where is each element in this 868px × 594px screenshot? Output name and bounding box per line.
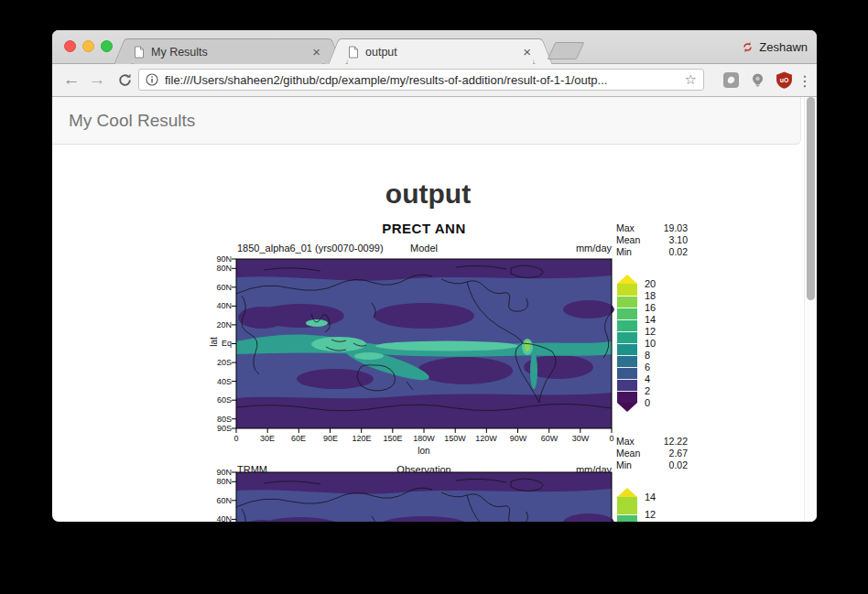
forward-icon[interactable]: → <box>85 68 109 92</box>
tab-title: My Results <box>151 46 304 59</box>
new-tab-button[interactable] <box>548 42 585 59</box>
browser-window: My Results × output × Zeshawn <box>52 30 817 522</box>
zoom-window-button[interactable] <box>101 40 113 52</box>
page-header: My Cool Results <box>52 97 801 145</box>
y-axis-label: lat <box>209 337 219 347</box>
document-title: output <box>52 178 804 210</box>
page-favicon-icon <box>348 46 359 59</box>
colorbar-segment <box>617 331 637 343</box>
stat-label: Min <box>616 246 632 258</box>
colorbar-tick-label: 16 <box>645 302 656 313</box>
page-info-icon[interactable] <box>146 73 158 86</box>
scrollbar-thumb[interactable] <box>807 97 815 300</box>
units-label: mm/day <box>236 243 612 254</box>
lat-tick-label: 40N <box>208 514 232 522</box>
stat-label: Max <box>616 222 635 234</box>
colorbar-segment <box>617 308 637 319</box>
back-icon[interactable]: ← <box>60 68 83 92</box>
extension-icon-1[interactable] <box>722 71 740 89</box>
colorbar-tick-label: 12 <box>645 509 656 520</box>
lat-tick-label: 80N <box>208 264 232 273</box>
stats-block: Max12.22 Mean2.67 Min0.02 <box>616 436 688 471</box>
lat-tick-label: 80S <box>208 415 232 424</box>
colorbar-segment <box>617 497 637 514</box>
ublock-shield-icon[interactable]: uO <box>776 71 793 89</box>
tab-close-icon[interactable]: × <box>521 45 533 59</box>
lat-tick-label: 60N <box>208 283 232 292</box>
page-header-title: My Cool Results <box>69 111 195 131</box>
extension-icon-2[interactable] <box>749 71 766 89</box>
browser-toolbar: ← → file:///Users/shaheen2/github/cdp/ex… <box>52 64 817 97</box>
colorbar-cap <box>617 275 637 284</box>
tab-my-results[interactable]: My Results × <box>125 38 331 64</box>
colorbar-segment <box>617 514 637 522</box>
stat-value: 19.03 <box>664 222 688 234</box>
colorbar-tick-label: 14 <box>645 314 656 325</box>
stat-value: 3.10 <box>669 234 688 246</box>
lat-tick-label: 20N <box>208 320 232 329</box>
reload-icon[interactable] <box>113 68 136 92</box>
stat-value: 0.02 <box>669 246 688 258</box>
lat-tick-label: 90N <box>208 468 232 477</box>
colorbar-cap <box>617 488 637 497</box>
colorbar-tick-label: 8 <box>645 350 650 361</box>
stat-value: 12.22 <box>664 436 688 448</box>
tab-output[interactable]: output × <box>339 38 542 64</box>
colorbar-segment <box>617 296 637 308</box>
colorbar-segment <box>617 355 637 367</box>
colorbar-segment <box>617 319 637 331</box>
svg-text:uO: uO <box>780 77 789 83</box>
colorbar-tick-label: 6 <box>645 362 650 373</box>
stats-block: Max19.03 Mean3.10 Min0.02 <box>616 222 688 258</box>
stat-label: Min <box>616 459 632 471</box>
figure-observation: TRMM Observation mm/day Max12.22 Mean2.6… <box>208 431 757 522</box>
colorbar-tick-label: 10 <box>645 338 656 349</box>
stat-label: Mean <box>616 234 640 246</box>
lat-tick-label: 60N <box>208 496 232 505</box>
stat-label: Max <box>616 436 635 448</box>
stat-label: Mean <box>616 448 640 459</box>
colorbar-tick-label: 0 <box>645 397 650 408</box>
colorbar-cap <box>617 403 637 412</box>
colorbar-segment <box>617 343 637 355</box>
page-favicon-icon <box>134 46 145 59</box>
profile-chip[interactable]: Zeshawn <box>741 30 808 64</box>
browser-menu-icon[interactable]: ⋮ <box>796 69 814 92</box>
colorbar-tick-label: 2 <box>645 385 650 396</box>
colorbar-tick-label: 14 <box>645 491 656 502</box>
colorbar-tick-label: 12 <box>645 326 656 337</box>
world-map-plot <box>236 259 612 428</box>
lat-tick-label: 60S <box>208 395 232 405</box>
stat-value: 2.67 <box>669 448 688 459</box>
close-window-button[interactable] <box>64 40 76 52</box>
url-text[interactable]: file:///Users/shaheen2/github/cdp/exampl… <box>165 73 678 87</box>
minimize-window-button[interactable] <box>82 40 94 52</box>
tab-title: output <box>365 46 515 59</box>
figure-title: PRECT ANN <box>236 221 612 236</box>
colorbar-segment <box>617 367 637 379</box>
profile-name: Zeshawn <box>759 40 808 54</box>
tab-close-icon[interactable]: × <box>310 45 322 59</box>
tab-bar: My Results × output × Zeshawn <box>52 30 817 64</box>
lat-tick-label: 80N <box>208 477 232 486</box>
lat-tick-label: 40S <box>208 377 232 386</box>
world-map-plot <box>236 472 612 522</box>
colorbar-segment <box>617 379 637 391</box>
colorbar-tick-label: 4 <box>645 373 650 384</box>
stat-value: 0.02 <box>669 459 688 471</box>
lat-tick-label: 90N <box>208 254 232 264</box>
bookmark-star-icon[interactable]: ☆ <box>685 71 697 88</box>
lat-tick-label: 20S <box>208 358 232 367</box>
colorbar-segment <box>617 391 637 403</box>
sync-error-icon <box>741 40 754 54</box>
colorbar-segment <box>617 284 637 296</box>
lat-tick-label: 40N <box>208 301 232 310</box>
colorbar-tick-label: 20 <box>645 278 656 289</box>
address-bar[interactable]: file:///Users/shaheen2/github/cdp/exampl… <box>138 69 704 91</box>
colorbar-tick-label: 18 <box>645 290 656 301</box>
